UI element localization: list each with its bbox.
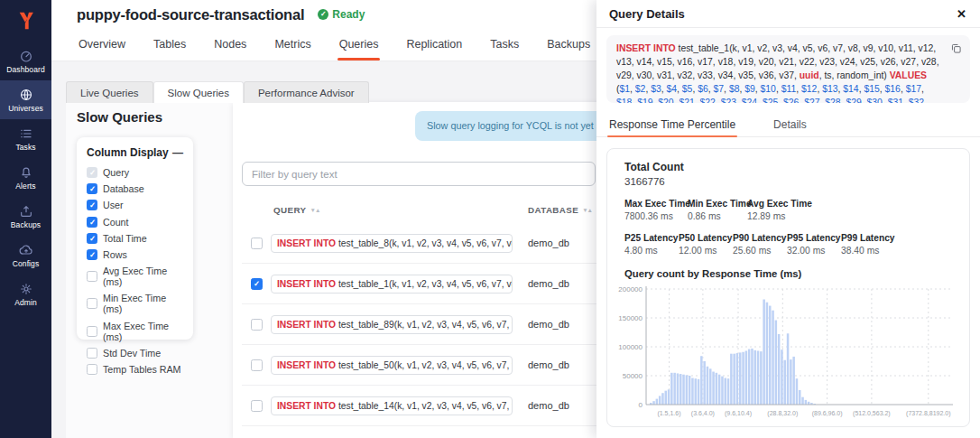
row-checkbox[interactable] <box>251 319 263 331</box>
column-option: Count <box>87 217 183 228</box>
checkbox[interactable] <box>87 364 97 375</box>
sidebar-item-backups[interactable]: Backups <box>0 197 51 236</box>
sidebar-item-label: Configs <box>13 259 40 268</box>
sql-param: $20 <box>658 98 673 103</box>
query-text-chip[interactable]: INSERT INTO test_table_50(k, v1, v2, v3,… <box>271 356 513 375</box>
row-checkbox[interactable] <box>251 359 263 371</box>
sql-param: $15 <box>864 84 879 94</box>
checkbox[interactable] <box>87 200 97 210</box>
query-filter-input[interactable] <box>242 162 596 186</box>
page-title: puppy-food-source-transactional <box>77 6 304 23</box>
query-text-chip[interactable]: INSERT INTO test_table_1(k, v1, v2, v3, … <box>271 275 513 294</box>
stat-p90-latency: P90 Latency25.60 ms <box>733 233 787 256</box>
svg-text:(512.0,563.2): (512.0,563.2) <box>853 410 891 417</box>
column-option: Total Time <box>87 233 183 244</box>
checkbox[interactable] <box>87 326 97 337</box>
sql-param: $13 <box>822 84 837 94</box>
sql-keyword: uuid <box>800 70 819 80</box>
stat-min-exec-time: Min Exec Time0.86 ms <box>688 199 747 221</box>
copy-icon[interactable] <box>950 42 962 59</box>
column-option-label: Avg Exec Time (ms) <box>103 266 183 287</box>
checkbox[interactable] <box>87 167 97 178</box>
sidebar-item-dashboard[interactable]: Dashboard <box>0 42 51 80</box>
section-title: Slow Queries <box>77 109 162 125</box>
sidebar-item-label: Dashboard <box>6 65 44 74</box>
sql-param: $3 <box>651 84 661 94</box>
sidebar-item-admin[interactable]: Admin <box>0 275 51 313</box>
stat-value: 7800.36 ms <box>624 211 688 221</box>
details-tab-bar: Response Time PercentileDetails <box>596 113 980 137</box>
column-option-label: Database <box>103 183 144 194</box>
svg-text:150000: 150000 <box>618 314 643 322</box>
total-count-label: Total Count <box>624 161 962 173</box>
checkbox[interactable] <box>87 249 97 260</box>
tab-tables[interactable]: Tables <box>152 30 188 61</box>
checkbox[interactable] <box>87 233 97 244</box>
stat-label: P90 Latency <box>733 233 787 243</box>
app-window: DashboardUniversesTasksAlertsBackupsConf… <box>0 0 980 438</box>
sidebar-item-universes[interactable]: Universes <box>0 80 51 119</box>
stat-p25-latency: P25 Latency4.80 ms <box>624 233 679 256</box>
row-checkbox[interactable] <box>251 400 263 412</box>
column-header-database[interactable]: DATABASE▼▲ <box>528 205 592 215</box>
query-text-chip[interactable]: INSERT INTO test_table_14(k, v1, v2, v3,… <box>271 396 513 415</box>
checkbox[interactable] <box>87 298 97 309</box>
tab-queries[interactable]: Queries <box>337 30 381 61</box>
stat-value: 12.00 ms <box>679 246 733 256</box>
tab-nodes[interactable]: Nodes <box>212 30 248 61</box>
subtab-slow-queries[interactable]: Slow Queries <box>153 81 244 103</box>
tab-tasks[interactable]: Tasks <box>488 30 521 61</box>
row-checkbox[interactable] <box>251 278 263 290</box>
svg-text:200000: 200000 <box>618 285 643 294</box>
sql-param: $26 <box>783 98 799 103</box>
queries-subtabs: Live QueriesSlow QueriesPerformance Advi… <box>66 81 369 103</box>
svg-text:0: 0 <box>639 401 643 409</box>
query-text-chip[interactable]: INSERT INTO test_table_89(k, v1, v2, v3,… <box>271 315 513 334</box>
sidebar-item-label: Universes <box>8 104 43 113</box>
query-text-chip[interactable]: INSERT INTO test_table_8(k, v1, v2, v3, … <box>271 234 513 253</box>
sql-param: $30 <box>867 98 883 103</box>
subtab-performance-advisor[interactable]: Performance Advisor <box>244 81 369 103</box>
dashboard-icon <box>19 49 33 63</box>
sql-statement: INSERT INTO test_table_1(k, v1, v2, v3, … <box>606 35 970 103</box>
details-tab-details[interactable]: Details <box>772 113 809 136</box>
sidebar-item-label: Tasks <box>15 143 35 152</box>
sql-param: $12 <box>801 84 817 94</box>
yugabyte-logo-icon[interactable] <box>0 0 51 42</box>
tab-overview[interactable]: Overview <box>77 30 127 61</box>
details-tab-response-time-percentile[interactable]: Response Time Percentile <box>607 113 737 136</box>
column-header-query[interactable]: QUERY▼▲ <box>273 205 319 215</box>
svg-text:100000: 100000 <box>618 343 643 351</box>
svg-text:(7372.8,8192.0): (7372.8,8192.0) <box>906 410 950 417</box>
sql-param: $17 <box>906 84 921 94</box>
stat-p95-latency: P95 Latency32.00 ms <box>787 233 841 256</box>
stat-label: P25 Latency <box>624 233 679 243</box>
sql-keyword: INSERT INTO <box>277 401 338 411</box>
collapse-icon[interactable]: — <box>172 148 183 157</box>
svg-text:(89.6,96.0): (89.6,96.0) <box>812 410 843 417</box>
tab-replication[interactable]: Replication <box>404 30 464 61</box>
close-icon[interactable]: ✕ <box>957 7 966 21</box>
sidebar-item-alerts[interactable]: Alerts <box>0 158 51 197</box>
column-option-label: Temp Tables RAM <box>103 364 181 375</box>
checkbox[interactable] <box>87 217 97 228</box>
checkbox[interactable] <box>87 348 97 359</box>
tab-backups[interactable]: Backups <box>545 30 592 61</box>
stat-value: 4.80 ms <box>624 246 679 256</box>
subtab-live-queries[interactable]: Live Queries <box>66 81 153 103</box>
checkbox[interactable] <box>87 271 97 282</box>
sidebar: DashboardUniversesTasksAlertsBackupsConf… <box>0 0 51 438</box>
sql-param: $14 <box>843 84 858 94</box>
sidebar-item-configs[interactable]: Configs <box>0 236 51 275</box>
checkbox[interactable] <box>87 183 97 194</box>
svg-text:(1.5,1.6): (1.5,1.6) <box>657 410 680 417</box>
row-checkbox[interactable] <box>251 238 263 249</box>
column-options-list: QueryDatabaseUserCountTotal TimeRowsAvg … <box>87 167 183 375</box>
svg-text:(9.6,10.4): (9.6,10.4) <box>725 410 752 417</box>
column-option-label: User <box>103 200 124 210</box>
database-cell: demo_db <box>528 278 569 289</box>
tab-metrics[interactable]: Metrics <box>273 30 312 61</box>
sql-param: $18 <box>616 98 632 103</box>
sql-keyword: INSERT INTO <box>277 360 338 370</box>
sidebar-item-tasks[interactable]: Tasks <box>0 119 51 158</box>
